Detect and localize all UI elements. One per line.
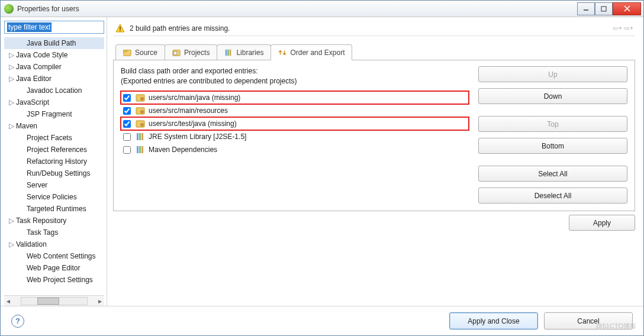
package-folder-icon [136,119,145,128]
deselect-all-button[interactable]: Deselect All [478,188,627,203]
tree-item[interactable]: ▷JavaScript [4,96,104,108]
tree-item[interactable]: Web Project Settings [4,274,104,286]
category-tree[interactable]: Java Build Path▷Java Code Style▷Java Com… [4,37,104,295]
apply-and-close-button[interactable]: Apply and Close [449,312,538,329]
message-banner: 2 build path entries are missing. ⇦▾ ⇨▾ [113,21,635,36]
order-export-panel: Build class path order and exported entr… [113,60,635,211]
svg-rect-8 [124,50,127,51]
entry-checkbox[interactable] [123,120,131,128]
tree-item-label: Task Repository [16,217,66,225]
scroll-right-icon[interactable]: ▸ [96,297,104,305]
tree-item-label: JSP Fragment [27,110,72,118]
classpath-entry[interactable]: users/src/test/java (missing) [121,117,469,130]
tree-item-label: Java Build Path [27,39,76,47]
entry-checkbox[interactable] [123,107,131,115]
entry-label: users/src/main/java (missing) [149,93,240,102]
down-button[interactable]: Down [478,88,627,104]
tree-item[interactable]: Task Tags [4,227,104,238]
classpath-entry[interactable]: Maven Dependencies [121,143,469,156]
tree-item-label: Run/Debug Settings [27,169,90,177]
bottom-button[interactable]: Bottom [478,138,627,154]
tree-item-label: Java Editor [16,75,51,83]
package-folder-icon [136,106,145,115]
tree-item[interactable]: ▷Java Code Style [4,49,104,61]
tab-order[interactable]: Order and Export [271,44,352,60]
tree-item[interactable]: Web Page Editor [4,262,104,274]
tree-item[interactable]: Project Facets [4,132,104,144]
classpath-entries-list[interactable]: users/src/main/java (missing)users/src/m… [121,91,469,156]
svg-rect-21 [139,133,141,140]
package-folder-icon [136,93,145,102]
tree-item[interactable]: Refactoring History [4,156,104,167]
tree-twisty-icon: ▷ [9,122,16,130]
category-sidebar: type filter text Java Build Path▷Java Co… [1,17,107,306]
svg-rect-13 [230,49,231,56]
svg-rect-10 [174,51,177,54]
entry-checkbox[interactable] [123,146,131,154]
maximize-button[interactable] [595,2,613,15]
svg-rect-24 [139,146,141,153]
window-controls [577,2,641,15]
up-button[interactable]: Up [478,66,627,82]
entry-checkbox[interactable] [123,94,131,102]
close-button[interactable] [613,2,641,15]
tree-item[interactable]: ▷Java Editor [4,73,104,85]
tree-twisty-icon: ▷ [9,51,16,59]
top-button[interactable]: Top [478,116,627,132]
apply-button[interactable]: Apply [569,215,635,231]
tree-item[interactable]: Web Content Settings [4,250,104,262]
classpath-entry[interactable]: JRE System Library [J2SE-1.5] [121,130,469,143]
tree-item[interactable]: Targeted Runtimes [4,203,104,215]
tree-item[interactable]: JSP Fragment [4,108,104,120]
tree-item[interactable]: ▷Java Compiler [4,61,104,73]
tree-item-label: Server [27,181,47,189]
tree-item-label: Task Tags [27,228,58,237]
entry-label: Maven Dependencies [149,146,217,154]
filter-input[interactable]: type filter text [4,21,104,34]
nav-forward-icon[interactable]: ⇨▾ [624,24,633,33]
svg-rect-22 [141,133,143,140]
svg-rect-23 [137,146,139,153]
window-title: Properties for users [17,5,574,13]
apply-row: Apply [113,211,635,232]
classpath-entry[interactable]: users/src/main/resources [121,104,469,117]
help-icon[interactable]: ? [11,315,24,328]
select-all-button[interactable]: Select All [478,166,627,182]
banner-text: 2 build path entries are missing. [130,24,230,33]
tab-label: Source [135,49,157,57]
svg-point-19 [140,123,144,127]
order-desc-1: Build class path order and exported entr… [121,66,469,76]
dialog-body: type filter text Java Build Path▷Java Co… [1,17,643,306]
tree-item[interactable]: Run/Debug Settings [4,167,104,179]
tab-libraries[interactable]: Libraries [217,44,271,60]
tree-item[interactable]: Service Policies [4,191,104,203]
tree-item[interactable]: Javadoc Location [4,85,104,96]
tree-item[interactable]: Server [4,179,104,191]
classpath-entry[interactable]: users/src/main/java (missing) [121,91,469,104]
tab-source[interactable]: Source [115,44,165,60]
tree-item[interactable]: ▷Validation [4,238,104,250]
tree-item[interactable]: Java Build Path [4,37,104,49]
scrollbar-thumb[interactable] [37,298,60,305]
properties-dialog: Properties for users type filter text Ja… [0,0,644,336]
watermark-text: @51CTO博客 [596,322,636,331]
tree-item[interactable]: ▷Task Repository [4,215,104,227]
tree-item-label: Refactoring History [27,157,87,166]
scrollbar-track[interactable] [21,297,88,305]
entry-checkbox[interactable] [123,133,131,141]
tab-projects[interactable]: Projects [165,44,217,60]
tab-label: Projects [184,49,210,57]
source-folder-icon [123,49,131,57]
sidebar-hscrollbar[interactable]: ◂ ▸ [4,295,104,306]
scroll-left-icon[interactable]: ◂ [4,297,12,305]
tree-item[interactable]: Project References [4,144,104,156]
svg-point-15 [140,97,144,101]
tree-twisty-icon: ▷ [9,75,16,83]
tree-twisty-icon: ▷ [9,98,16,106]
tree-item[interactable]: ▷Maven [4,120,104,132]
tab-label: Order and Export [290,49,344,57]
svg-point-17 [140,110,144,114]
minimize-button[interactable] [577,2,595,15]
nav-back-icon[interactable]: ⇦▾ [613,24,622,33]
projects-icon [172,49,181,57]
